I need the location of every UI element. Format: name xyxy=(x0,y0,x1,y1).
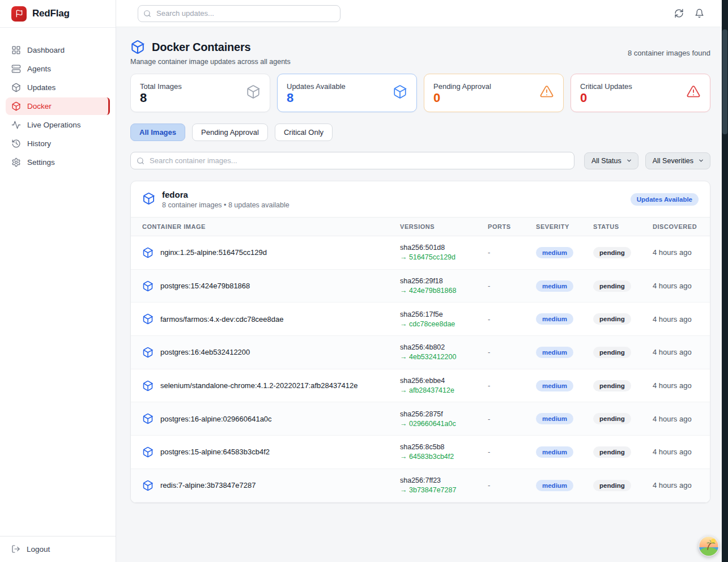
warning-triangle-icon xyxy=(686,84,701,101)
stat-card-pending-approval: Pending Approval 0 xyxy=(424,74,564,112)
cell-versions: sha256:4b802 → 4eb532412200 xyxy=(400,343,488,361)
cell-status: pending xyxy=(593,280,653,292)
table-row[interactable]: redis:7-alpine:3b73847e7287 sha256:7ff23… xyxy=(131,469,710,503)
image-search xyxy=(130,152,574,169)
table-row[interactable]: postgres:15:424e79b81868 sha256:29f18 → … xyxy=(131,270,710,303)
scrollbar-thumb[interactable] xyxy=(722,29,727,134)
container-box-icon xyxy=(142,347,154,358)
redflag-logo-icon xyxy=(11,6,27,22)
sidebar-item-agents[interactable]: Agents xyxy=(6,60,110,78)
sidebar-item-docker[interactable]: Docker xyxy=(6,97,110,115)
severity-badge: medium xyxy=(536,347,573,358)
col-header-versions: VERSIONS xyxy=(400,223,488,230)
cell-versions: sha256:7ff23 → 3b73847e7287 xyxy=(400,476,488,494)
cell-severity: medium xyxy=(536,280,593,292)
severity-badge: medium xyxy=(536,280,573,292)
cell-container-image: nginx:1.25-alpine:516475cc129d xyxy=(142,247,400,258)
logout-icon xyxy=(11,544,20,554)
sidebar-item-label: Docker xyxy=(27,102,52,110)
status-badge: pending xyxy=(593,313,631,325)
sidebar-item-history[interactable]: History xyxy=(6,135,110,152)
updates-available-badge: Updates Available xyxy=(631,193,699,206)
cell-container-image: postgres:16-alpine:029660641a0c xyxy=(142,413,400,424)
container-box-icon xyxy=(142,380,154,391)
severity-badge: medium xyxy=(536,480,573,491)
cell-discovered: 4 hours ago xyxy=(653,315,699,323)
tab-pending-approval[interactable]: Pending Approval xyxy=(192,124,268,141)
table-row[interactable]: postgres:16:4eb532412200 sha256:4b802 → … xyxy=(131,336,710,369)
image-name: farmos/farmos:4.x-dev:cdc78cee8dae xyxy=(160,315,284,323)
cell-versions: sha256:17f5e → cdc78cee8dae xyxy=(400,310,488,328)
global-search-input[interactable] xyxy=(138,5,340,22)
app-window: RedFlag Dashboard Agents Updates Docker … xyxy=(0,0,728,562)
cell-ports: - xyxy=(488,381,536,390)
cell-severity: medium xyxy=(536,380,593,391)
refresh-icon xyxy=(674,8,684,18)
status-filter-value: All Status xyxy=(591,157,621,165)
table-row[interactable]: nginx:1.25-alpine:516475cc129d sha256:50… xyxy=(131,236,710,270)
notifications-button[interactable] xyxy=(694,8,704,19)
sidebar-item-label: Live Operations xyxy=(27,121,81,129)
status-filter-select[interactable]: All Status xyxy=(584,152,638,169)
bell-icon xyxy=(695,8,704,18)
sidebar-item-dashboard[interactable]: Dashboard xyxy=(6,41,110,59)
col-header-container-image: CONTAINER IMAGE xyxy=(142,223,400,230)
table-row[interactable]: postgres:15-alpine:64583b3cb4f2 sha256:8… xyxy=(131,436,710,469)
tab-critical-only[interactable]: Critical Only xyxy=(275,124,333,141)
table-row[interactable]: selenium/standalone-chrome:4.1.2-2022021… xyxy=(131,369,710,403)
cell-ports: - xyxy=(488,248,536,257)
logout-button[interactable]: Logout xyxy=(11,544,104,554)
status-badge: pending xyxy=(593,280,631,292)
tab-all-images[interactable]: All Images xyxy=(130,124,185,141)
sidebar-item-label: Agents xyxy=(27,65,51,73)
update-version: → cdc78cee8dae xyxy=(400,320,488,328)
cell-status: pending xyxy=(593,313,653,325)
refresh-button[interactable] xyxy=(674,8,684,19)
image-group-card: fedora 8 container images • 8 updates av… xyxy=(130,181,710,503)
update-version: → 4eb532412200 xyxy=(400,353,488,361)
cell-discovered: 4 hours ago xyxy=(653,381,699,390)
cell-ports: - xyxy=(488,448,536,456)
stat-card-updates-available: Updates Available 8 xyxy=(277,74,417,112)
image-name: postgres:15:424e79b81868 xyxy=(160,282,250,290)
sidebar-item-settings[interactable]: Settings xyxy=(6,154,110,171)
table-row[interactable]: farmos/farmos:4.x-dev:cdc78cee8dae sha25… xyxy=(131,303,710,336)
col-header-status: STATUS xyxy=(593,223,653,230)
cell-versions: sha256:501d8 → 516475cc129d xyxy=(400,244,488,261)
stats-row: Total Images 8 Updates Available 8 Pendi… xyxy=(130,74,710,112)
group-name: fedora xyxy=(162,190,290,199)
status-badge: pending xyxy=(593,413,631,424)
table-row[interactable]: postgres:16-alpine:029660641a0c sha256:2… xyxy=(131,402,710,436)
stat-card-critical-updates: Critical Updates 0 xyxy=(571,74,710,112)
sidebar-item-label: Settings xyxy=(27,158,55,167)
container-box-icon xyxy=(142,446,154,458)
severity-filter-select[interactable]: All Severities xyxy=(645,152,710,169)
gear-icon xyxy=(11,157,21,167)
scrollbar-track[interactable] xyxy=(722,0,728,562)
docker-box-icon xyxy=(130,40,145,54)
update-version: → 029660641a0c xyxy=(400,420,488,428)
filter-tabs: All Images Pending Approval Critical Onl… xyxy=(130,124,710,141)
stat-value: 0 xyxy=(433,92,554,104)
sidebar: RedFlag Dashboard Agents Updates Docker … xyxy=(0,0,116,562)
tropical-island-icon xyxy=(699,536,719,556)
sidebar-item-updates[interactable]: Updates xyxy=(6,79,110,96)
container-box-icon xyxy=(142,413,154,424)
cell-severity: medium xyxy=(536,413,593,424)
cell-severity: medium xyxy=(536,480,593,491)
severity-badge: medium xyxy=(536,313,573,325)
current-version: sha256:2875f xyxy=(400,410,488,418)
filter-controls: All Status All Severities xyxy=(130,152,710,169)
island-widget-button[interactable] xyxy=(699,536,719,556)
page-header: Docker Containers Manage container image… xyxy=(130,40,710,66)
sidebar-item-live-operations[interactable]: Live Operations xyxy=(6,116,110,134)
severity-filter-value: All Severities xyxy=(653,157,693,165)
current-version: sha256:8c5b8 xyxy=(400,443,488,451)
group-header: fedora 8 container images • 8 updates av… xyxy=(131,181,710,217)
image-name: postgres:15-alpine:64583b3cb4f2 xyxy=(160,448,270,456)
stat-card-total-images: Total Images 8 xyxy=(130,74,270,112)
image-search-input[interactable] xyxy=(130,152,574,169)
image-name: postgres:16-alpine:029660641a0c xyxy=(160,415,272,423)
container-box-icon xyxy=(142,247,154,258)
stat-label: Updates Available xyxy=(287,82,407,91)
